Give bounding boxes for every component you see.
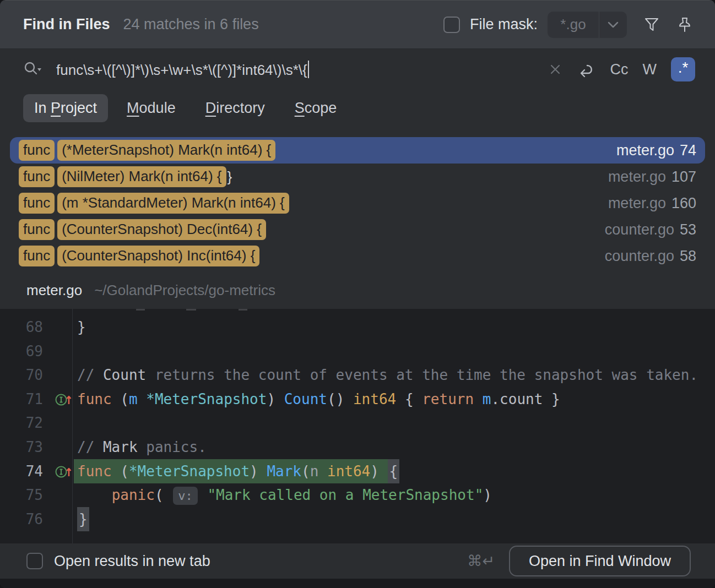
line-number: 69	[0, 340, 43, 364]
window-bottom-edge	[0, 579, 715, 588]
pin-icon[interactable]	[676, 17, 693, 33]
filter-icon[interactable]	[643, 17, 660, 33]
line-number: 73	[0, 435, 43, 460]
code-line: 75 panic( v: "Mark called on a MeterSnap…	[0, 483, 715, 508]
tab-directory[interactable]: Directory	[194, 94, 276, 122]
match-highlight: (CounterSnapshot) Inc(int64) {	[57, 246, 259, 266]
result-location: counter.go53	[605, 221, 696, 238]
search-input[interactable]: func\s+\([^\)]*\)\s+\w+\s*\([^)]*int64\)…	[56, 61, 309, 79]
code-line: 73// Mark panics.	[0, 435, 715, 460]
code-line: 72	[0, 411, 715, 435]
search-row: func\s+\([^\)]*\)\s+\w+\s*\([^)]*int64\)…	[0, 49, 715, 90]
line-number: 75	[0, 483, 43, 508]
cmd-enter-shortcut: ⌘↵	[467, 552, 495, 570]
file-mask-label: File mask:	[470, 16, 538, 33]
find-in-files-dialog: Find in Files 24 matches in 6 files File…	[0, 0, 715, 588]
match-highlight: (CounterSnapshot) Dec(int64) {	[57, 219, 266, 240]
file-mask-value: *.go	[548, 16, 599, 33]
clipped-line-fragment	[136, 309, 145, 311]
result-location: counter.go58	[605, 248, 696, 265]
clipped-line-fragment	[186, 309, 196, 311]
line-number: 74	[0, 460, 43, 484]
code-line: 76}	[0, 508, 715, 532]
dialog-header: Find in Files 24 matches in 6 files File…	[0, 1, 715, 49]
code-line: 74func (*MeterSnapshot) Mark(n int64) {	[0, 460, 715, 484]
result-row[interactable]: func (*MeterSnapshot) Mark(n int64) { me…	[10, 137, 705, 164]
file-mask-checkbox[interactable]	[443, 17, 460, 33]
match-summary: 24 matches in 6 files	[123, 16, 259, 33]
code-text: }	[77, 315, 86, 340]
text-caret	[308, 61, 309, 78]
code-text: // Count returns the count of events at …	[77, 363, 698, 388]
code-line: 69	[0, 340, 715, 364]
line-number: 71	[0, 388, 43, 412]
clear-search-icon[interactable]	[549, 63, 562, 76]
tab-scope[interactable]: Scope	[284, 94, 348, 122]
implements-icon[interactable]	[53, 391, 72, 408]
match-highlight: (*MeterSnapshot) Mark(n int64) {	[57, 140, 275, 161]
code-line: 68}	[0, 315, 715, 340]
result-row[interactable]: func (CounterSnapshot) Inc(int64) { coun…	[10, 243, 705, 269]
implements-icon[interactable]	[53, 464, 72, 480]
code-text: func (*MeterSnapshot) Mark(n int64) {	[77, 460, 399, 484]
line-number: 68	[0, 315, 43, 340]
chevron-down-icon[interactable]	[599, 21, 627, 29]
match-highlight: (NilMeter) Mark(n int64) {	[57, 166, 226, 187]
match-highlight: func	[19, 140, 55, 161]
tab-in-project[interactable]: In Project	[23, 94, 108, 122]
line-number: 70	[0, 363, 43, 388]
insert-newline-icon[interactable]	[576, 60, 596, 79]
code-text: panic( v: "Mark called on a MeterSnapsho…	[77, 483, 492, 508]
scope-tabs: In Project Module Directory Scope	[23, 94, 348, 122]
words-toggle[interactable]: W	[643, 61, 657, 78]
code-line: 70// Count returns the count of events a…	[0, 363, 715, 388]
code-text: // Mark panics.	[77, 435, 207, 460]
dialog-footer: Open results in new tab ⌘↵ Open in Find …	[0, 543, 715, 579]
result-row[interactable]: func (CounterSnapshot) Dec(int64) { coun…	[10, 216, 705, 243]
match-case-toggle[interactable]: Cc	[610, 61, 629, 78]
clipped-line-fragment	[239, 309, 247, 311]
preview-path: ~/GolandProjects/go-metrics	[94, 282, 275, 299]
open-results-new-tab-label: Open results in new tab	[54, 553, 210, 570]
dialog-title: Find in Files	[23, 16, 110, 33]
match-highlight: func	[19, 166, 55, 187]
file-mask-combo[interactable]: *.go	[548, 12, 627, 38]
result-location: meter.go160	[608, 195, 696, 212]
code-preview[interactable]: 68}6970// Count returns the count of eve…	[0, 309, 715, 543]
search-icon[interactable]	[23, 61, 42, 78]
result-location: meter.go74	[616, 142, 696, 159]
regex-toggle[interactable]: .*	[671, 57, 695, 81]
preview-header: meter.go ~/GolandProjects/go-metrics	[0, 271, 715, 309]
line-number: 72	[0, 411, 43, 435]
results-list: func (*MeterSnapshot) Mark(n int64) { me…	[0, 137, 715, 269]
code-line: 71func (m *MeterSnapshot) Count() int64 …	[0, 388, 715, 412]
code-text: }	[77, 508, 89, 532]
result-row[interactable]: func (NilMeter) Mark(n int64) { } meter.…	[10, 164, 705, 190]
match-highlight: func	[19, 219, 55, 240]
match-highlight: func	[19, 193, 55, 214]
line-number: 76	[0, 508, 43, 532]
match-highlight: (m *StandardMeter) Mark(n int64) {	[57, 193, 289, 214]
preview-filename: meter.go	[26, 282, 82, 299]
result-row[interactable]: func (m *StandardMeter) Mark(n int64) { …	[10, 190, 705, 216]
open-results-new-tab-checkbox[interactable]	[26, 553, 43, 569]
result-location: meter.go107	[608, 168, 696, 186]
code-text: func (m *MeterSnapshot) Count() int64 { …	[77, 388, 560, 412]
open-in-find-window-button[interactable]: Open in Find Window	[509, 546, 691, 576]
match-highlight: func	[19, 246, 55, 266]
tab-module[interactable]: Module	[116, 94, 187, 122]
